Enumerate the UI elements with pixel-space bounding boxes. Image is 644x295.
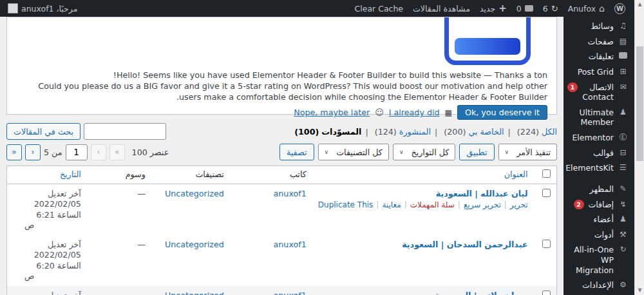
site-name-link[interactable]: ⌂ Anufox <box>568 4 605 14</box>
quick-edit-link[interactable]: تحرير سريع <box>464 200 501 209</box>
author-link[interactable]: anuxof1 <box>274 189 307 198</box>
account-menu[interactable]: مرحبًا، anuxof1 <box>8 3 77 14</box>
post-title-link[interactable]: سها نويلاتي | السعودية <box>435 290 527 295</box>
wordpress-menu[interactable]: W <box>614 3 625 14</box>
elementskit-icon: ☰ <box>618 163 628 173</box>
pages-icon: ▤ <box>618 37 628 47</box>
notice-line-2: Could you please do us a BIG favor and g… <box>16 81 547 103</box>
users-icon: ♟ <box>618 214 628 225</box>
filter-search-row: الكل (224) الخاصة بي (200) المنشورة (124… <box>6 123 557 140</box>
sidebar-item-ultimate-member[interactable]: ♟ Ultimate Member <box>564 105 634 130</box>
notice-actions: Ok, you deserve it ▦ I already did ☺ Nop… <box>16 105 547 120</box>
sidebar-item-plugins[interactable]: ↯ إضافات 2 <box>564 197 634 213</box>
menu-separator <box>564 176 634 182</box>
sidebar-item-elementskit[interactable]: ☰ ElementsKit <box>564 160 634 176</box>
comments-icon <box>618 52 628 62</box>
admin-bar-tools: W ⌂ Anufox ↻ 6 0 + جديد مشاهدة المقالات … <box>354 0 625 17</box>
post-title-link[interactable]: عبدالرحمن السدحان | السعودية <box>402 240 527 249</box>
greeting-label: مرحبًا، anuxof1 <box>21 4 77 14</box>
updates-indicator[interactable]: ↻ 6 <box>543 4 558 14</box>
rate-now-button[interactable]: Ok, you deserve it <box>457 105 547 120</box>
items-count-label: 100 عنصر <box>132 148 169 157</box>
row-checkbox[interactable] <box>542 290 551 295</box>
sidebar-item-tools[interactable]: ⚒ أدوات <box>564 227 634 243</box>
first-page-button[interactable]: » <box>109 144 125 160</box>
date-cell: آخر تعديل 2022/02/05 الساعة 6:18 ص <box>7 286 87 295</box>
scroll-up-icon[interactable]: ▲ <box>635 0 644 9</box>
scrollbar-thumb[interactable] <box>636 46 643 161</box>
sidebar-item-contact[interactable]: ✉ الاتصال Contact 1 <box>564 80 634 105</box>
clear-cache-link[interactable]: Clear Cache <box>354 4 403 14</box>
tags-value: — <box>137 240 146 249</box>
chevron-down-icon: ∨ <box>325 149 329 155</box>
column-header-categories: تصنيفات <box>151 166 230 184</box>
filter-button[interactable]: تصفية <box>279 144 314 160</box>
sidebar-item-comments[interactable]: تعليقات <box>564 49 634 64</box>
select-all-checkbox[interactable] <box>542 169 551 178</box>
new-content-menu[interactable]: + جديد <box>480 4 507 14</box>
filter-drafts: المسوّدات (100) <box>294 127 361 137</box>
sidebar-item-templates[interactable]: ⊟ قوالب <box>564 146 634 161</box>
post-title-link[interactable]: ليان عبدالله | السعودية <box>436 189 528 198</box>
duplicate-link[interactable]: Duplicate This <box>318 200 374 209</box>
date-cell: آخر تعديل 2022/02/05 الساعة 6:20 ص <box>7 235 87 286</box>
row-checkbox[interactable] <box>542 240 551 248</box>
next-page-button[interactable]: ‹ <box>25 144 41 160</box>
wordpress-logo-icon: W <box>614 3 625 14</box>
sidebar-item-appearance[interactable]: ✎ المظهر <box>564 182 634 197</box>
column-header-author: كاتب <box>230 166 312 184</box>
chevron-down-icon: ∨ <box>399 149 404 155</box>
sidebar-item-post-grid[interactable]: ⊞ Post Grid <box>564 64 634 80</box>
comments-indicator[interactable]: 0 <box>516 4 533 14</box>
sidebar-item-elementor[interactable]: Ⓔ Elementor <box>564 130 634 146</box>
avatar <box>8 3 18 14</box>
scroll-down-icon[interactable]: ▼ <box>635 286 644 295</box>
admin-side-menu: ♫ وسائط ▤ صفحات تعليقات ⊞ Post Grid ✉ ال… <box>564 17 634 295</box>
home-icon: ⌂ <box>599 4 605 13</box>
sidebar-item-settings[interactable]: ⚙ الإعدادات <box>564 278 634 293</box>
edit-link[interactable]: تحرير <box>510 200 528 209</box>
category-link[interactable]: Uncategorized <box>165 240 224 249</box>
search-posts-button[interactable]: بحث في المقالات <box>6 123 80 140</box>
column-header-title[interactable]: العنوان <box>504 169 528 179</box>
comments-count: 0 <box>516 4 522 14</box>
current-page-input[interactable] <box>66 144 88 160</box>
sidebar-item-wp-migration[interactable]: ↻ All-in-One WP Migration <box>564 242 634 278</box>
already-did-link[interactable]: I already did <box>389 108 440 117</box>
trash-link[interactable]: سلة المهملات <box>410 200 455 209</box>
table-row: عبدالرحمن السدحان | السعودية anuxof1 Unc… <box>7 235 557 286</box>
posts-list-page: Hello! Seems like you have used Elemento… <box>0 17 564 295</box>
row-checkbox[interactable] <box>542 189 551 197</box>
author-link[interactable]: anuxof1 <box>274 290 307 295</box>
view-posts-link[interactable]: مشاهدة المقالات <box>413 4 470 14</box>
bulk-action-select[interactable]: تنفيذ الأمر ∨ <box>498 144 557 160</box>
contact-badge: 1 <box>567 82 578 92</box>
maybe-later-link[interactable]: Nope, maybe later <box>294 108 370 117</box>
author-link[interactable]: anuxof1 <box>274 240 307 249</box>
category-link[interactable]: Uncategorized <box>165 189 224 198</box>
category-link[interactable]: Uncategorized <box>165 290 224 295</box>
page-scrollbar[interactable]: ▲ ▼ <box>634 0 644 295</box>
search-input[interactable] <box>84 123 166 140</box>
plus-icon: + <box>498 4 507 14</box>
date-cell: آخر تعديل 2022/02/05 الساعة 6:21 ص <box>7 184 87 236</box>
previous-page-button[interactable]: › <box>91 144 106 160</box>
categories-filter-select[interactable]: كل التصنيفات ∨ <box>318 144 389 160</box>
settings-icon: ⚙ <box>618 280 628 290</box>
dates-filter-select[interactable]: كل التواريخ ∨ <box>393 144 455 160</box>
column-header-date[interactable]: التاريخ <box>60 169 81 179</box>
media-icon: ♫ <box>618 21 628 32</box>
admin-bar: W ⌂ Anufox ↻ 6 0 + جديد مشاهدة المقالات … <box>0 0 634 17</box>
apply-button[interactable]: تطبيق <box>459 144 494 160</box>
migration-icon: ↻ <box>618 245 628 255</box>
sidebar-item-pages[interactable]: ▤ صفحات <box>564 34 634 50</box>
smiley-icon: ☺ <box>375 108 384 117</box>
plugins-badge: 2 <box>574 200 584 209</box>
sidebar-item-media[interactable]: ♫ وسائط <box>564 19 634 34</box>
last-page-button[interactable]: « <box>6 144 22 160</box>
preview-link[interactable]: معاينة <box>382 200 401 209</box>
tags-value: — <box>137 290 146 295</box>
chevron-down-icon: ∨ <box>505 149 509 155</box>
tags-value: — <box>137 189 146 198</box>
sidebar-item-users[interactable]: ♟ أعضاء <box>564 212 634 227</box>
